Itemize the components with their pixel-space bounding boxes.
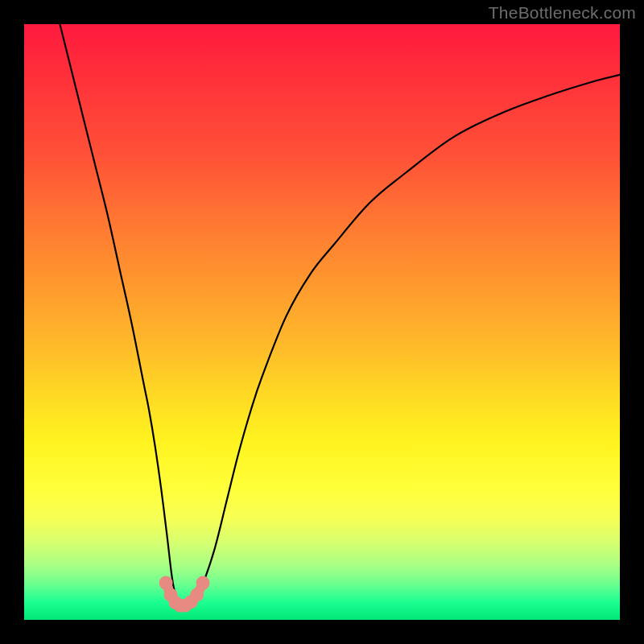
plot-frame (24, 24, 620, 620)
highlight-markers (24, 24, 620, 620)
highlight-dot (190, 588, 204, 601)
highlight-dots-group (159, 576, 210, 613)
highlight-dot (159, 576, 173, 590)
highlight-dot (196, 576, 210, 590)
watermark-text: TheBottleneck.com (489, 3, 636, 23)
